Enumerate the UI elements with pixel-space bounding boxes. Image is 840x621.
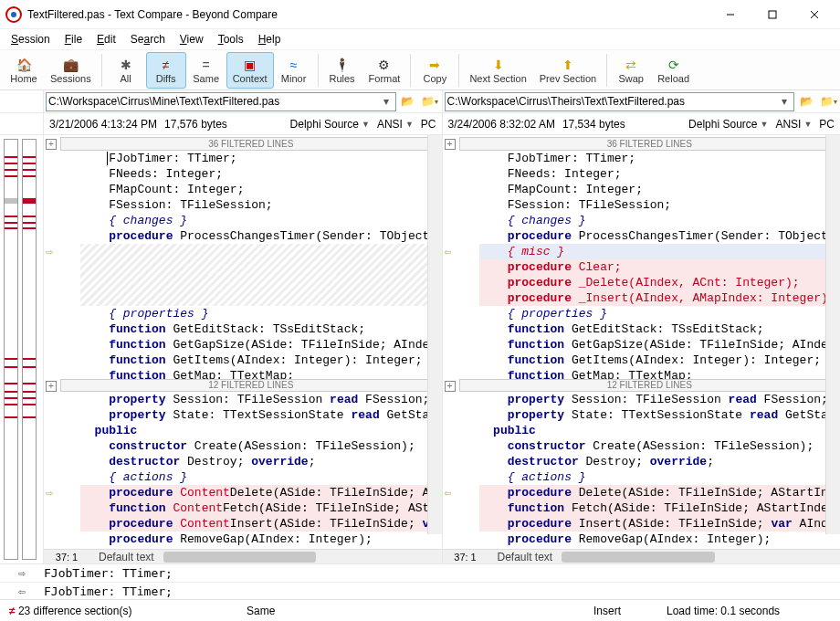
menu-file[interactable]: File — [59, 31, 88, 47]
swap-button[interactable]: ⇄Swap — [611, 52, 651, 89]
copy-button[interactable]: ➡Copy — [415, 52, 455, 89]
merge-line-bottom[interactable]: ⇦ FJobTimer: TTimer; — [0, 582, 840, 599]
not-equal-icon: ≠ — [158, 57, 174, 73]
left-browse-button[interactable]: 📂 — [398, 92, 418, 111]
prev-section-button[interactable]: ⬆Prev Section — [533, 52, 603, 89]
arrow-left-icon: ⇦ — [0, 584, 44, 598]
menu-search[interactable]: Search — [125, 31, 171, 47]
svg-point-1 — [11, 12, 16, 17]
diffs-button[interactable]: ≠Diffs — [146, 52, 186, 89]
left-size: 17,576 bytes — [164, 118, 227, 131]
equals-icon: = — [198, 57, 215, 73]
left-editor[interactable]: +36 FILTERED LINES FJobTimer: TTimer; FN… — [44, 135, 442, 549]
arrow-down-icon: ⬇ — [490, 57, 507, 73]
diff-marker-icon: ⇨ — [46, 245, 53, 260]
menu-view[interactable]: View — [174, 31, 209, 47]
right-cursor-pos: 37: 1 — [443, 552, 488, 563]
diff-marker-icon: ⇦ — [445, 245, 452, 260]
arrow-up-icon: ⬆ — [560, 57, 576, 73]
next-section-button[interactable]: ⬇Next Section — [463, 52, 532, 89]
right-platform: PC — [819, 118, 835, 131]
thumbnail-view[interactable] — [0, 135, 44, 563]
home-button[interactable]: 🏠Home — [4, 52, 44, 89]
context-button[interactable]: ▣Context — [226, 52, 274, 89]
left-lang-drop[interactable]: Delphi Source▼ — [290, 118, 370, 131]
left-platform: PC — [421, 118, 436, 131]
folder-open-icon: 📂 — [800, 95, 814, 108]
right-edit-mode: Default text — [488, 551, 562, 563]
all-button[interactable]: ✱All — [106, 52, 146, 89]
arrow-right-icon: ➡ — [426, 57, 443, 73]
left-path: C:\Workspace\Cirrus\Mine\Text\TextFilter… — [48, 95, 379, 108]
sessions-button[interactable]: 💼Sessions — [44, 52, 98, 89]
right-size: 17,534 bytes — [562, 118, 625, 131]
minimize-button[interactable] — [710, 1, 751, 28]
status-load-time: Load time: 0.1 seconds — [657, 600, 840, 621]
approx-icon: ≈ — [286, 57, 302, 73]
minor-button[interactable]: ≈Minor — [274, 52, 314, 89]
right-scrollbar-vertical[interactable] — [825, 135, 840, 534]
left-edit-mode: Default text — [89, 551, 163, 563]
left-scrollbar-horizontal[interactable] — [163, 551, 442, 563]
expand-icon[interactable]: + — [46, 381, 57, 392]
left-open-menu[interactable]: 📁▾ — [420, 92, 440, 111]
status-diffs: 23 difference section(s) — [18, 605, 132, 617]
arrow-right-icon: ⇨ — [0, 566, 44, 580]
chevron-down-icon[interactable]: ▾ — [379, 95, 394, 108]
right-path-combo[interactable]: C:\Workspace\Cirrus\Theirs\Text\TextFilt… — [445, 92, 795, 111]
menu-session[interactable]: Session — [5, 31, 56, 47]
status-same: Same — [237, 600, 584, 621]
window-title: TextFiltered.pas - Text Compare - Beyond… — [27, 8, 710, 21]
left-enc-drop[interactable]: ANSI▼ — [377, 118, 414, 131]
right-open-menu[interactable]: 📁▾ — [818, 92, 838, 111]
right-enc-drop[interactable]: ANSI▼ — [775, 118, 812, 131]
right-editor[interactable]: +36 FILTERED LINES FJobTimer: TTimer; FN… — [443, 135, 841, 549]
close-button[interactable] — [794, 1, 835, 28]
svg-rect-3 — [769, 11, 776, 18]
folder-icon: 📁 — [820, 95, 834, 108]
maximize-button[interactable] — [752, 1, 793, 28]
right-path: C:\Workspace\Cirrus\Theirs\Text\TextFilt… — [447, 95, 778, 108]
right-scrollbar-horizontal[interactable] — [562, 551, 840, 563]
menu-help[interactable]: Help — [253, 31, 287, 47]
status-insert: Insert — [584, 600, 657, 621]
right-date: 3/24/2006 8:32:02 AM — [448, 118, 555, 131]
diff-marker-icon: ⇦ — [445, 486, 452, 501]
asterisk-icon: ✱ — [118, 57, 134, 73]
status-bar: ≠ 23 difference section(s) Same Insert L… — [0, 599, 840, 621]
menu-bar: Session File Edit Search View Tools Help — [0, 29, 840, 49]
referee-icon: 🕴 — [334, 57, 351, 73]
left-date: 3/21/2006 4:13:24 PM — [49, 118, 157, 131]
diff-marker-icon: ⇨ — [46, 486, 53, 501]
right-lang-drop[interactable]: Delphi Source▼ — [688, 118, 768, 131]
right-browse-button[interactable]: 📂 — [796, 92, 816, 111]
folder-icon: 📁 — [421, 95, 435, 108]
swap-icon: ⇄ — [623, 57, 639, 73]
menu-tools[interactable]: Tools — [213, 31, 249, 47]
briefcase-icon: 💼 — [62, 57, 79, 73]
expand-icon[interactable]: + — [445, 139, 456, 150]
home-icon: 🏠 — [16, 57, 32, 73]
toolbar: 🏠Home 💼Sessions ✱All ≠Diffs =Same ▣Conte… — [0, 49, 840, 90]
folder-open-icon: 📂 — [401, 95, 415, 108]
reload-button[interactable]: ⟳Reload — [651, 52, 696, 89]
merge-line-top[interactable]: ⇨ FJobTimer: TTimer; — [0, 564, 840, 582]
expand-icon[interactable]: + — [445, 381, 456, 392]
format-button[interactable]: ⚙Format — [362, 52, 407, 89]
not-equal-icon: ≠ — [9, 605, 16, 617]
gear-icon: ⚙ — [376, 57, 393, 73]
same-button[interactable]: =Same — [186, 52, 226, 89]
expand-icon[interactable]: + — [46, 139, 57, 150]
left-path-combo[interactable]: C:\Workspace\Cirrus\Mine\Text\TextFilter… — [46, 92, 396, 111]
menu-edit[interactable]: Edit — [91, 31, 121, 47]
app-icon — [5, 6, 22, 23]
chevron-down-icon[interactable]: ▾ — [777, 95, 792, 108]
reload-icon: ⟳ — [666, 57, 682, 73]
left-scrollbar-vertical[interactable] — [427, 135, 442, 534]
rules-button[interactable]: 🕴Rules — [322, 52, 362, 89]
context-icon: ▣ — [242, 57, 258, 73]
left-cursor-pos: 37: 1 — [44, 552, 89, 563]
